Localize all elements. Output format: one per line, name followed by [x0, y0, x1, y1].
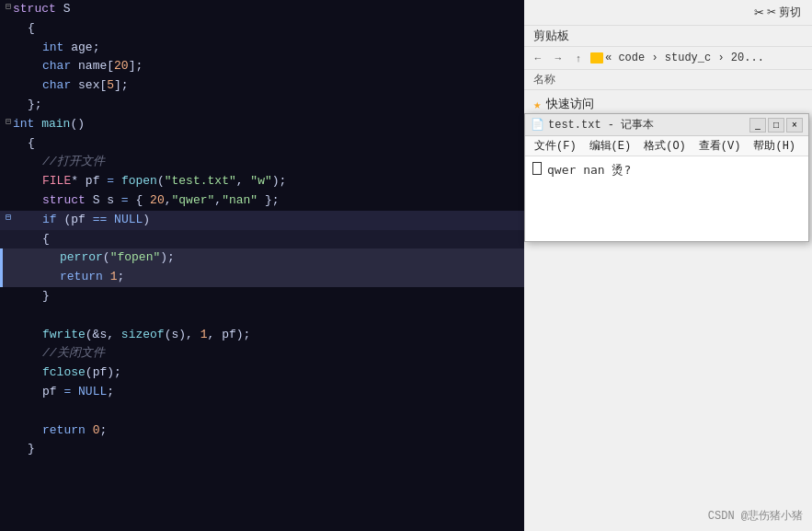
file-explorer: ✂ ✂ 剪切 剪贴板 ← → ↑ « code › study_c › 20..…	[524, 0, 812, 531]
line-content-12: if (pf == NULL)	[42, 211, 520, 230]
folder-icon	[590, 52, 603, 63]
line-content-1: struct S	[13, 0, 520, 19]
fold-icon-12[interactable]: ⊟	[4, 211, 13, 225]
code-line-11: struct S s = { 20,"qwer","nan" };	[0, 191, 524, 211]
code-line-5: char sex[5];	[0, 76, 524, 96]
code-line-7: ⊟ int main()	[0, 115, 524, 134]
menu-view[interactable]: 查看(V)	[693, 137, 747, 155]
up-button[interactable]: ↑	[570, 50, 587, 66]
code-line-16: }	[0, 287, 524, 306]
line-content-13: {	[42, 230, 520, 249]
code-line-23: return 0;	[0, 421, 524, 441]
code-line-22	[0, 402, 524, 421]
code-line-1: ⊟ struct S	[0, 0, 524, 19]
code-line-18: fwrite(&s, sizeof(s), 1, pf);	[0, 326, 524, 345]
code-line-17	[0, 306, 524, 326]
notepad-title-text: test.txt - 记事本	[548, 117, 654, 133]
menu-file[interactable]: 文件(F)	[529, 137, 582, 155]
code-line-21: pf = NULL;	[0, 383, 524, 402]
notepad-menubar: 文件(F) 编辑(E) 格式(O) 查看(V) 帮助(H)	[525, 136, 808, 156]
notepad-content: qwer nan 烫?	[525, 156, 808, 241]
line-content-16: }	[42, 287, 520, 306]
line-content-5: char sex[5];	[42, 76, 520, 96]
fe-nav: ← → ↑ « code › study_c › 20...	[524, 47, 812, 70]
minimize-button[interactable]: _	[749, 118, 766, 133]
line-content-15: return 1;	[60, 268, 520, 287]
code-line-20: fclose(pf);	[0, 364, 524, 383]
code-line-13: {	[0, 230, 524, 249]
line-content-11: struct S s = { 20,"qwer","nan" };	[42, 191, 520, 211]
back-button[interactable]: ←	[530, 50, 546, 66]
line-content-2: {	[28, 19, 520, 39]
line-content-7: int main()	[13, 115, 520, 134]
maximize-button[interactable]: □	[768, 118, 784, 133]
forward-button[interactable]: →	[550, 50, 566, 66]
line-content-6: };	[28, 96, 520, 115]
line-content-14: perror("fopen");	[60, 248, 520, 268]
line-content-19: //关闭文件	[42, 344, 520, 364]
quick-access-header: ★ 快速访问	[524, 94, 812, 114]
code-line-19: //关闭文件	[0, 344, 524, 364]
code-line-10: FILE* pf = fopen("test.txt", "w");	[0, 172, 524, 191]
line-content-8: {	[28, 134, 520, 154]
line-content-4: char name[20];	[42, 57, 520, 76]
menu-format[interactable]: 格式(O)	[638, 137, 692, 155]
line-content-17	[13, 306, 520, 326]
fe-toolbar: ✂ ✂ 剪切	[524, 0, 812, 26]
menu-help[interactable]: 帮助(H)	[748, 137, 801, 155]
code-line-8: {	[0, 134, 524, 154]
code-line-12: ⊟ if (pf == NULL)	[0, 211, 524, 230]
code-line-24: }	[0, 440, 524, 459]
csdn-watermark: CSDN @悲伤猪小猪	[708, 508, 803, 524]
notepad-window: 📄 test.txt - 记事本 _ □ × 文件(F) 编辑(E) 格式(O)…	[524, 113, 809, 242]
notepad-titlebar: 📄 test.txt - 记事本 _ □ ×	[525, 114, 808, 136]
code-line-6: };	[0, 96, 524, 115]
line-content-18: fwrite(&s, sizeof(s), 1, pf);	[42, 326, 520, 345]
line-content-24: }	[28, 440, 520, 459]
code-line-9: //打开文件	[0, 153, 524, 172]
star-icon: ★	[533, 97, 541, 112]
line-content-20: fclose(pf);	[42, 364, 520, 383]
code-line-14: perror("fopen");	[0, 248, 524, 268]
scissors-icon: ✂	[754, 6, 764, 19]
notepad-file-icon: 📄	[531, 118, 544, 132]
code-editor: ⊟ struct S { int age; char name[20]; cha…	[0, 0, 524, 531]
notepad-controls: _ □ ×	[749, 118, 803, 133]
column-header: 名称	[524, 70, 812, 90]
breadcrumb: « code › study_c › 20...	[590, 52, 806, 64]
breadcrumb-path: « code › study_c › 20...	[605, 52, 764, 64]
code-line-4: char name[20];	[0, 57, 524, 76]
fold-icon-1[interactable]: ⊟	[4, 0, 13, 15]
line-content-21: pf = NULL;	[42, 383, 520, 402]
line-content-10: FILE* pf = fopen("test.txt", "w");	[42, 172, 520, 191]
menu-edit[interactable]: 编辑(E)	[584, 137, 637, 155]
code-line-15: return 1;	[0, 268, 524, 287]
line-content-3: int age;	[42, 39, 520, 58]
quick-access-label: 快速访问	[546, 96, 594, 112]
line-content-9: //打开文件	[42, 153, 520, 172]
notepad-text: qwer nan 烫?	[547, 162, 631, 179]
cut-label: ✂ 剪切	[767, 5, 801, 20]
text-cursor	[532, 162, 542, 175]
notepad-title: 📄 test.txt - 记事本	[531, 117, 654, 133]
code-line-3: int age;	[0, 39, 524, 58]
line-content-22	[13, 402, 520, 421]
line-content-23: return 0;	[42, 421, 520, 441]
cut-button[interactable]: ✂ ✂ 剪切	[749, 4, 806, 21]
code-line-2: {	[0, 19, 524, 39]
fold-icon-7[interactable]: ⊟	[4, 115, 13, 130]
clipboard-label: 剪贴板	[524, 26, 812, 47]
close-button[interactable]: ×	[786, 118, 803, 133]
